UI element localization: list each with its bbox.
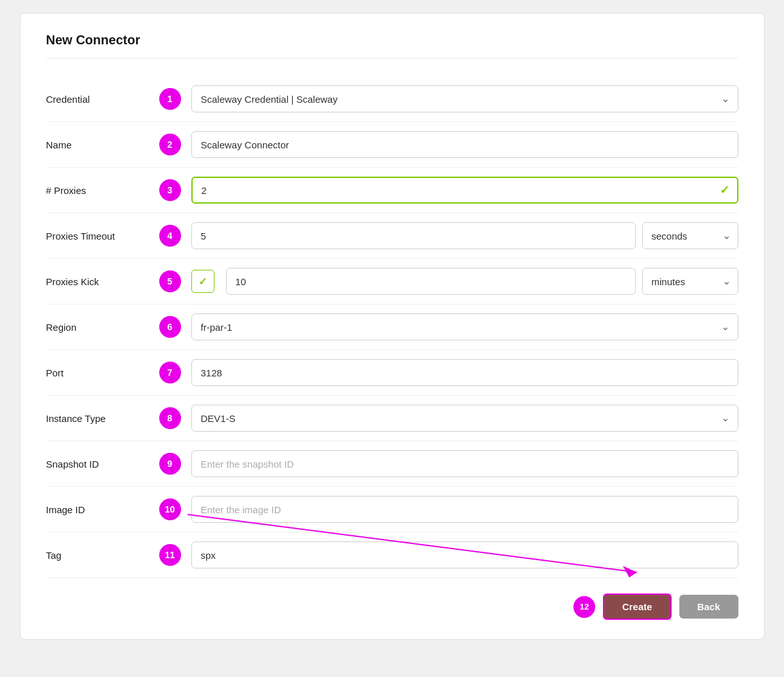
step-badge-11: 11 [159, 544, 181, 566]
proxies-checkmark-icon: ✓ [720, 183, 729, 197]
proxies-kick-input[interactable] [226, 268, 636, 295]
proxies-input[interactable] [191, 177, 738, 204]
region-label: Region [46, 322, 149, 333]
footer-container: 12 Create Back [46, 578, 738, 620]
proxies-kick-label: Proxies Kick [46, 276, 149, 287]
proxies-timeout-field-wrapper: seconds minutes hours [191, 222, 738, 249]
port-input[interactable] [191, 359, 738, 386]
port-label: Port [46, 367, 149, 378]
instance-type-select[interactable]: DEV1-S DEV1-M DEV1-L [191, 405, 738, 432]
proxies-kick-unit-wrapper: minutes hours seconds [642, 268, 738, 295]
step-badge-12: 12 [573, 596, 595, 618]
proxies-timeout-unit-wrapper: seconds minutes hours [642, 222, 738, 249]
step-badge-6: 6 [159, 316, 181, 338]
proxies-timeout-label: Proxies Timeout [46, 231, 149, 242]
tag-row: Tag 11 [46, 532, 738, 578]
new-connector-card: New Connector Credential 1 Scaleway Cred… [20, 13, 765, 640]
snapshot-id-row: Snapshot ID 9 [46, 441, 738, 487]
proxies-label: # Proxies [46, 185, 149, 196]
name-label: Name [46, 139, 149, 150]
image-id-row: Image ID 10 [46, 487, 738, 532]
port-field-wrapper [191, 359, 738, 386]
proxies-kick-unit-select[interactable]: minutes hours seconds [642, 268, 738, 295]
create-button[interactable]: Create [603, 593, 672, 620]
snapshot-id-field-wrapper [191, 450, 738, 477]
tag-field-wrapper [191, 541, 738, 568]
name-field-wrapper [191, 131, 738, 158]
name-input[interactable] [191, 131, 738, 158]
image-id-field-wrapper [191, 496, 738, 523]
step-badge-10: 10 [159, 498, 181, 520]
step-badge-3: 3 [159, 179, 181, 201]
page-title: New Connector [46, 33, 738, 58]
region-select-wrapper: fr-par-1 fr-par-2 nl-ams-1 [191, 313, 738, 340]
credential-row: Credential 1 Scaleway Credential | Scale… [46, 76, 738, 122]
proxies-row: # Proxies 3 ✓ [46, 168, 738, 213]
step-badge-7: 7 [159, 362, 181, 383]
proxies-field-wrapper: ✓ [191, 177, 738, 204]
snapshot-id-input[interactable] [191, 450, 738, 477]
image-id-input[interactable] [191, 496, 738, 523]
kick-check-icon: ✓ [198, 276, 207, 288]
step-badge-5: 5 [159, 270, 181, 292]
back-button[interactable]: Back [679, 595, 738, 619]
proxies-kick-row: Proxies Kick 5 ✓ minutes hours seconds [46, 259, 738, 304]
proxies-timeout-row: Proxies Timeout 4 seconds minutes hours [46, 213, 738, 259]
proxies-timeout-unit-select[interactable]: seconds minutes hours [642, 222, 738, 249]
instance-type-row: Instance Type 8 DEV1-S DEV1-M DEV1-L [46, 396, 738, 441]
instance-type-select-wrapper: DEV1-S DEV1-M DEV1-L [191, 405, 738, 432]
region-row: Region 6 fr-par-1 fr-par-2 nl-ams-1 [46, 304, 738, 350]
image-id-label: Image ID [46, 504, 149, 515]
proxies-kick-checkbox[interactable]: ✓ [191, 270, 214, 293]
name-row: Name 2 [46, 122, 738, 168]
port-row: Port 7 [46, 350, 738, 396]
credential-select-wrapper: Scaleway Credential | Scaleway [191, 85, 738, 112]
proxies-kick-field-wrapper: ✓ minutes hours seconds [191, 268, 738, 295]
step-badge-9: 9 [159, 453, 181, 475]
credential-label: Credential [46, 94, 149, 105]
tag-label: Tag [46, 550, 149, 561]
instance-type-label: Instance Type [46, 413, 149, 424]
step-badge-4: 4 [159, 225, 181, 247]
region-select[interactable]: fr-par-1 fr-par-2 nl-ams-1 [191, 313, 738, 340]
instance-type-field-wrapper: DEV1-S DEV1-M DEV1-L [191, 405, 738, 432]
step-badge-1: 1 [159, 88, 181, 110]
credential-field-wrapper: Scaleway Credential | Scaleway [191, 85, 738, 112]
footer-row: 12 Create Back [46, 578, 738, 620]
step-badge-2: 2 [159, 134, 181, 155]
snapshot-id-label: Snapshot ID [46, 459, 149, 470]
step-badge-8: 8 [159, 407, 181, 429]
tag-input[interactable] [191, 541, 738, 568]
region-field-wrapper: fr-par-1 fr-par-2 nl-ams-1 [191, 313, 738, 340]
proxies-timeout-input[interactable] [191, 222, 636, 249]
credential-select[interactable]: Scaleway Credential | Scaleway [191, 85, 738, 112]
